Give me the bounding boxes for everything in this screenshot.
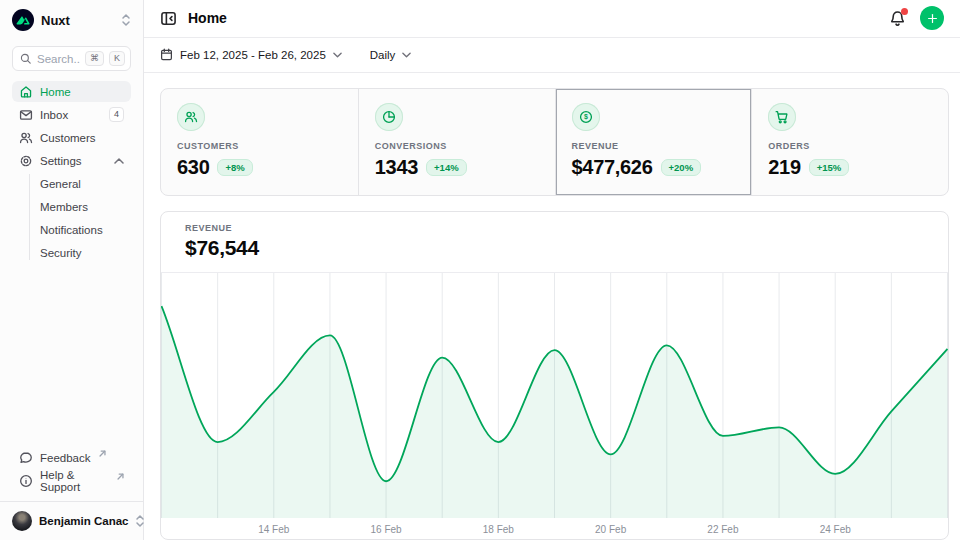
sidebar-item-security[interactable]: Security (12, 242, 131, 263)
kbd-k: K (109, 51, 125, 66)
stat-value: 1343 (375, 156, 418, 179)
stat-delta-badge: +8% (217, 159, 252, 176)
stat-delta-badge: +14% (426, 159, 467, 176)
sidebar-item-label: Customers (40, 132, 96, 144)
users-icon (177, 103, 205, 131)
inbox-icon (19, 108, 33, 122)
circle-dollar-icon: $ (572, 103, 600, 131)
sub-item-label: Members (40, 201, 88, 213)
sidebar-spacer (0, 265, 143, 447)
date-range-picker[interactable]: Feb 12, 2025 - Feb 26, 2025 (152, 44, 350, 65)
stat-label: CUSTOMERS (177, 141, 342, 151)
stat-delta-badge: +20% (661, 159, 702, 176)
chevron-down-icon (333, 52, 342, 58)
info-icon (19, 474, 33, 488)
x-axis-tick: 14 Feb (258, 524, 290, 535)
add-button[interactable] (920, 6, 944, 30)
header-actions (889, 6, 944, 30)
page-title: Home (188, 10, 227, 26)
stat-value: 630 (177, 156, 209, 179)
collapse-sidebar-button[interactable] (160, 10, 177, 27)
main-area: Home Feb 12, 2025 - Feb 26, 2025 (144, 0, 960, 540)
chart-label: REVENUE (185, 223, 924, 233)
sidebar-nav: Home Inbox 4 Customers Settings (0, 81, 143, 265)
dashboard-app: Nuxt ⌘ K Home Inbox 4 (0, 0, 960, 540)
chevron-down-icon (402, 52, 411, 58)
sidebar-item-customers[interactable]: Customers (12, 127, 131, 148)
x-axis-tick: 24 Feb (820, 524, 852, 535)
stat-delta-badge: +15% (809, 159, 850, 176)
x-axis-tick: 16 Feb (371, 524, 403, 535)
workspace-name: Nuxt (41, 13, 114, 28)
external-link-icon (117, 473, 124, 480)
stat-card-revenue[interactable]: $ REVENUE $477,626 +20% (555, 89, 752, 195)
stats-row: CUSTOMERS 630 +8% CONVERSIONS 1343 +14% (160, 88, 949, 196)
search-input[interactable] (37, 53, 80, 65)
notifications-button[interactable] (889, 10, 906, 27)
sidebar-item-label: Settings (40, 155, 82, 167)
sidebar-item-inbox[interactable]: Inbox 4 (12, 104, 131, 125)
settings-submenu: General Members Notifications Security (12, 173, 131, 263)
home-icon (19, 85, 33, 99)
x-axis-tick: 20 Feb (595, 524, 627, 535)
sidebar-item-label: Home (40, 86, 71, 98)
sidebar-item-members[interactable]: Members (12, 196, 131, 217)
stat-value: $477,626 (572, 156, 653, 179)
kbd-cmd: ⌘ (85, 51, 104, 66)
period-select[interactable]: Daily (362, 45, 420, 65)
x-axis-tick: 22 Feb (707, 524, 739, 535)
period-value: Daily (370, 49, 396, 61)
chart-header: REVENUE $76,544 (161, 212, 948, 272)
chevron-up-down-icon (121, 13, 131, 27)
chart-plot-area[interactable]: 14 Feb16 Feb18 Feb20 Feb22 Feb24 Feb (161, 272, 948, 539)
sub-item-label: Notifications (40, 224, 103, 236)
sidebar-item-home[interactable]: Home (12, 81, 131, 102)
sub-item-label: General (40, 178, 81, 190)
chevron-up-icon (114, 158, 124, 164)
avatar (12, 511, 32, 531)
revenue-chart-panel: REVENUE $76,544 14 Feb16 Feb18 Feb20 Feb… (160, 211, 949, 540)
notification-dot (901, 8, 908, 15)
x-axis-tick: 18 Feb (483, 524, 515, 535)
svg-text:$: $ (584, 113, 588, 121)
stat-label: ORDERS (768, 141, 932, 151)
user-menu[interactable]: Benjamin Canac (10, 509, 133, 533)
sidebar-item-notifications[interactable]: Notifications (12, 219, 131, 240)
stat-card-orders[interactable]: ORDERS 219 +15% (751, 89, 948, 195)
sub-item-label: Security (40, 247, 82, 259)
stat-value: 219 (768, 156, 800, 179)
sidebar-item-general[interactable]: General (12, 173, 131, 194)
shopping-cart-icon (768, 103, 796, 131)
footer-link-label: Help & Support (40, 469, 109, 493)
sidebar-item-settings[interactable]: Settings (12, 150, 131, 171)
user-name: Benjamin Canac (39, 515, 128, 527)
stat-label: REVENUE (572, 141, 736, 151)
workspace-selector[interactable]: Nuxt (0, 0, 143, 40)
user-section: Benjamin Canac (0, 501, 143, 540)
users-icon (19, 131, 33, 145)
help-support-link[interactable]: Help & Support (12, 470, 131, 491)
feedback-link[interactable]: Feedback (12, 447, 131, 468)
chart-pie-icon (375, 103, 403, 131)
footer-link-label: Feedback (40, 452, 91, 464)
content: CUSTOMERS 630 +8% CONVERSIONS 1343 +14% (144, 73, 960, 540)
top-header: Home (144, 0, 960, 38)
calendar-icon (160, 48, 173, 61)
search-input-wrapper[interactable]: ⌘ K (12, 46, 131, 71)
nuxt-logo-icon (12, 9, 34, 31)
search-icon (20, 53, 32, 65)
chat-bubble-icon (19, 451, 33, 465)
revenue-area-chart: 14 Feb16 Feb18 Feb20 Feb22 Feb24 Feb (161, 273, 948, 539)
sidebar-item-label: Inbox (40, 109, 68, 121)
date-range-value: Feb 12, 2025 - Feb 26, 2025 (180, 49, 326, 61)
sidebar: Nuxt ⌘ K Home Inbox 4 (0, 0, 144, 540)
chart-value: $76,544 (185, 236, 924, 260)
stat-card-customers[interactable]: CUSTOMERS 630 +8% (161, 89, 358, 195)
stat-label: CONVERSIONS (375, 141, 539, 151)
plus-icon (926, 12, 939, 25)
inbox-count-badge: 4 (109, 107, 124, 123)
external-link-icon (99, 450, 106, 457)
sidebar-footer: Feedback Help & Support (0, 447, 143, 497)
gear-icon (19, 154, 33, 168)
stat-card-conversions[interactable]: CONVERSIONS 1343 +14% (358, 89, 555, 195)
